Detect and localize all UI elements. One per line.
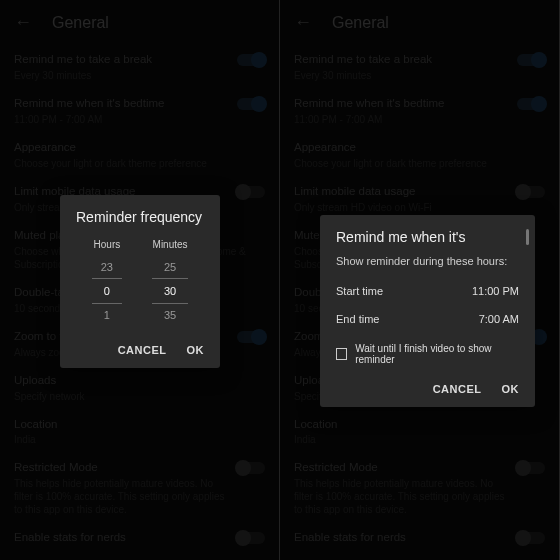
- ok-button[interactable]: OK: [187, 344, 205, 356]
- screen-right: ← General Remind me to take a breakEvery…: [280, 0, 560, 560]
- wait-checkbox-row[interactable]: Wait until I finish video to show remind…: [336, 333, 519, 369]
- time-picker[interactable]: Hours 23 0 1 Minutes 25 30 35: [60, 235, 220, 334]
- minutes-column[interactable]: Minutes 25 30 35: [152, 239, 188, 326]
- cancel-button[interactable]: CANCEL: [118, 344, 167, 356]
- bedtime-reminder-dialog: Remind me when it's Show reminder during…: [320, 215, 535, 407]
- dialog-title: Reminder frequency: [60, 195, 220, 235]
- cancel-button[interactable]: CANCEL: [433, 383, 482, 395]
- dialog-subtitle: Show reminder during these hours:: [336, 255, 519, 267]
- reminder-frequency-dialog: Reminder frequency Hours 23 0 1 Minutes …: [60, 195, 220, 368]
- screen-left: ← General Remind me to take a breakEvery…: [0, 0, 280, 560]
- hours-column[interactable]: Hours 23 0 1: [92, 239, 122, 326]
- end-time-row[interactable]: End time 7:00 AM: [336, 305, 519, 333]
- scrollbar[interactable]: [526, 229, 529, 245]
- ok-button[interactable]: OK: [502, 383, 520, 395]
- checkbox-icon[interactable]: [336, 348, 347, 360]
- dialog-title: Remind me when it's: [320, 215, 535, 255]
- start-time-row[interactable]: Start time 11:00 PM: [336, 277, 519, 305]
